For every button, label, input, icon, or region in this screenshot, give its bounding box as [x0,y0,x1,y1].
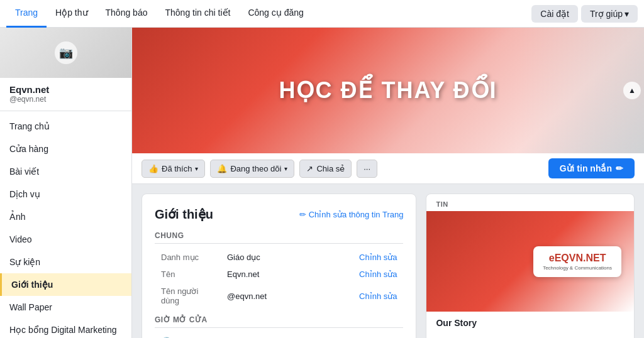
cover-scroll-button[interactable]: ▲ [623,82,641,99]
sidebar-profile: Eqvn.net @eqvn.net [0,78,131,107]
story-logo-sub: Technology & Communications [543,265,612,271]
page-handle: @eqvn.net [9,95,122,104]
ten-value: Eqvn.net [227,270,350,279]
sidebar-item-gioi-thieu[interactable]: Giới thiệu [0,273,131,296]
story-card: TIN eEQVN.NET Technology & Communication… [426,194,635,338]
thumbs-up-icon: 👍 [148,164,158,173]
following-button[interactable]: 🔔 Đang theo dõi ▾ [210,160,294,178]
section-gio-mo-cua-label: GIỜ MỞ CỬA [155,315,403,328]
info-section: Giới thiệu ✏ Chỉnh sửa thông tin Trang C… [132,184,644,338]
nav-item-thong-bao[interactable]: Thông báo [97,0,157,28]
sidebar: 📷 Eqvn.net @eqvn.net Trang chủ Cửa hàng … [0,28,132,338]
top-nav-left: Trang Hộp thư Thông báo Thông tin chi ti… [6,0,313,28]
danh-muc-label: Danh mục [161,253,218,262]
username-edit-link[interactable]: Chỉnh sửa [359,292,397,301]
page-name: Eqvn.net [9,84,122,95]
liked-button[interactable]: 👍 Đã thích ▾ [142,160,205,178]
section-chung-label: CHUNG [155,231,403,244]
sidebar-item-anh[interactable]: Ảnh [0,205,131,228]
info-card-header: Giới thiệu ✏ Chỉnh sửa thông tin Trang [155,207,403,222]
main-layout: 📷 Eqvn.net @eqvn.net Trang chủ Cửa hàng … [0,28,644,338]
content-area: HỌC ĐỂ THAY ĐỔI ▲ 👍 Đã thích ▾ 🔔 Đang th… [132,28,644,338]
sidebar-item-su-kien[interactable]: Sự kiện [0,251,131,273]
help-button[interactable]: Trợ giúp ▾ [581,5,638,23]
info-row-danh-muc: Danh mục Giáo dục Chỉnh sửa [155,249,403,266]
edit-page-info-link[interactable]: ✏ Chỉnh sửa thông tin Trang [299,210,403,219]
chevron-down-icon: ▾ [284,165,287,172]
nav-item-thong-tin-chi-tiet[interactable]: Thông tin chi tiết [156,0,239,28]
top-navigation: Trang Hộp thư Thông báo Thông tin chi ti… [0,0,644,28]
settings-button[interactable]: Cài đặt [531,5,578,23]
username-value: @eqvn.net [227,292,350,301]
nav-item-hop-thu[interactable]: Hộp thư [47,0,96,28]
ten-edit-link[interactable]: Chỉnh sửa [359,270,397,279]
danh-muc-value: Giáo dục [227,253,350,262]
top-nav-right: Cài đặt Trợ giúp ▾ [531,5,638,23]
story-logo-text: eEQVN.NET [543,253,612,264]
info-card: Giới thiệu ✏ Chỉnh sửa thông tin Trang C… [142,194,416,338]
nav-item-trang[interactable]: Trang [6,0,47,28]
username-label: Tên người dùng [161,286,218,305]
info-row-username: Tên người dùng @eqvn.net Chỉnh sửa [155,283,403,309]
sidebar-item-dich-vu[interactable]: Dịch vụ [0,183,131,205]
story-caption: Our Story [426,312,634,334]
tin-label: TIN [426,194,634,211]
info-row-ten: Tên Eqvn.net Chỉnh sửa [155,266,403,283]
cover-image: HỌC ĐỂ THAY ĐỔI ▲ [132,28,644,153]
chevron-down-icon: ▾ [625,9,629,19]
nav-item-cong-cu-dang[interactable]: Công cụ đăng [239,0,312,28]
sidebar-item-trang-chu[interactable]: Trang chủ [0,115,131,138]
story-image: eEQVN.NET Technology & Communications [426,211,634,312]
sidebar-divider [0,111,131,111]
danh-muc-edit-link[interactable]: Chỉnh sửa [359,253,397,262]
intro-title: Giới thiệu [155,207,213,222]
bell-icon: 🔔 [217,164,227,173]
more-button[interactable]: ··· [357,160,377,178]
sidebar-item-hoc-bong[interactable]: Học bổng Digital Marketing [0,319,131,338]
sidebar-item-video[interactable]: Video [0,228,131,251]
share-icon: ↗ [306,164,313,173]
chevron-down-icon: ▾ [195,165,198,172]
story-logo: eEQVN.NET Technology & Communications [533,246,621,277]
send-message-button[interactable]: Gửi tin nhắn ✏ [548,158,635,178]
sidebar-cover-photo[interactable]: 📷 [0,28,131,78]
hours-row: 🕐 Đang mở cửa 8:30 - 17:30 ▾ [155,333,403,338]
action-bar: 👍 Đã thích ▾ 🔔 Đang theo dõi ▾ ↗ Chia sẻ… [132,153,644,184]
camera-icon: 📷 [55,41,77,64]
sidebar-item-wallpaper[interactable]: Wall Paper [0,296,131,319]
cover-tagline: HỌC ĐỂ THAY ĐỔI [279,77,497,104]
share-button[interactable]: ↗ Chia sẻ [299,160,352,178]
pencil-icon: ✏ [616,163,623,173]
sidebar-item-bai-viet[interactable]: Bài viết [0,160,131,183]
ten-label: Tên [161,270,218,279]
sidebar-item-cua-hang[interactable]: Cửa hàng [0,138,131,160]
